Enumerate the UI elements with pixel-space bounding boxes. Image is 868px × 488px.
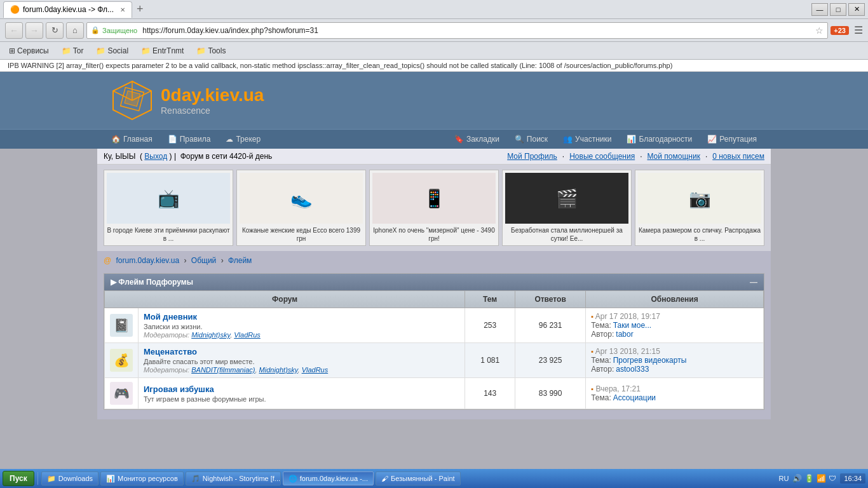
section-header: ▶ Флейм Подфорумы — bbox=[104, 274, 764, 290]
nav-bookmarks-label: Закладки bbox=[466, 135, 499, 144]
thanks-icon: 📊 bbox=[627, 135, 636, 144]
breadcrumb-flame[interactable]: Флейм bbox=[228, 256, 252, 265]
taskbar-item-forum[interactable]: 🌐 forum.0day.kiev.ua -... bbox=[283, 471, 374, 485]
back-button[interactable]: ← bbox=[5, 22, 23, 39]
forum-desc: Тут играем в разные форумные игры. bbox=[144, 395, 459, 403]
browser-tab[interactable]: 🟠 forum.0day.kiev.ua -> Фл... ✕ bbox=[3, 1, 132, 18]
new-messages-link[interactable]: Новые сообщения bbox=[569, 152, 635, 161]
close-button[interactable]: ✕ bbox=[848, 3, 865, 16]
update-author: Автор: tabor bbox=[591, 330, 758, 339]
table-row: 💰 Меценатство Давайте спасать этот мир в… bbox=[105, 343, 764, 378]
forum-info-cell: Мой дневник Записки из жизни. Модераторы… bbox=[139, 308, 465, 343]
browser-menu-button[interactable]: ☰ bbox=[854, 24, 863, 36]
ad-3[interactable]: 🎬 Безработная стала миллионершей за сутк… bbox=[502, 170, 632, 246]
address-bar[interactable]: 🔒 Защищено https://forum.0day.kiev.ua/in… bbox=[86, 22, 828, 39]
forum-name-link[interactable]: Игровая избушка bbox=[144, 384, 214, 394]
new-letters-link[interactable]: 0 новых писем bbox=[712, 152, 764, 161]
ad-text-1: Кожаные женские кеды Ecco всего 1399 грн bbox=[240, 226, 363, 243]
ad-1[interactable]: 👟 Кожаные женские кеды Ecco всего 1399 г… bbox=[236, 170, 366, 246]
nav-thanks-label: Благодарности bbox=[639, 135, 692, 144]
xmarks-button[interactable]: +23 bbox=[831, 26, 849, 35]
minimize-button[interactable]: — bbox=[811, 3, 828, 16]
update-topic-link[interactable]: Прогрев видеокарты bbox=[613, 356, 687, 365]
ad-4[interactable]: 📷 Камера размером со спичку. Распродажа … bbox=[635, 170, 764, 246]
bookmark-star-icon[interactable]: ☆ bbox=[815, 25, 824, 36]
reload-button[interactable]: ↻ bbox=[46, 22, 64, 39]
new-tab-button[interactable]: + bbox=[133, 3, 147, 16]
bookmark-label-1: Tor bbox=[73, 46, 84, 55]
ad-text-2: IphoneX по очень "мизерной" цене - 3490 … bbox=[372, 226, 496, 243]
exit-link[interactable]: Выход bbox=[144, 152, 167, 161]
breadcrumb-general[interactable]: Общий bbox=[191, 256, 217, 265]
bookmark-entrtnmt[interactable]: 📁 EntrTnmt bbox=[137, 45, 187, 57]
forum-icon: 🎮 bbox=[110, 382, 133, 405]
update-author-link[interactable]: tabor bbox=[616, 330, 633, 339]
bookmark-social[interactable]: 📁 Social bbox=[92, 45, 132, 57]
nav-search-label: Поиск bbox=[527, 135, 548, 144]
forum-desc: Давайте спасать этот мир вместе. bbox=[144, 358, 459, 365]
nav-rules[interactable]: 📄 Правила bbox=[160, 130, 219, 149]
ad-2[interactable]: 📱 IphoneX по очень "мизерной" цене - 349… bbox=[369, 170, 499, 246]
section-collapse-button[interactable]: — bbox=[750, 278, 757, 287]
logo-cube bbox=[110, 78, 154, 123]
ad-image-3: 🎬 bbox=[505, 173, 628, 224]
nav-reputation[interactable]: 📈 Репутация bbox=[700, 130, 764, 149]
start-button[interactable]: Пуск bbox=[3, 471, 34, 486]
members-icon: 👥 bbox=[563, 135, 573, 144]
my-helper-link[interactable]: Мой помощник bbox=[647, 152, 700, 161]
sys-tray: 🔊 🔋 📶 🛡 bbox=[792, 474, 836, 483]
nav-thanks[interactable]: 📊 Благодарности bbox=[619, 130, 700, 149]
nav-home[interactable]: 🏠 Главная bbox=[104, 130, 160, 149]
update-author-link[interactable]: astool333 bbox=[616, 365, 649, 374]
ad-text-0: В городе Киеве эти приёмники раскупают в… bbox=[107, 226, 230, 243]
home-nav-icon: 🏠 bbox=[111, 135, 121, 144]
forward-button[interactable]: → bbox=[25, 22, 43, 39]
update-date: Вчера, 17:21 bbox=[595, 384, 641, 393]
bookmarks-nav-icon: 🔖 bbox=[454, 135, 464, 144]
section-title: ▶ Флейм Подфорумы bbox=[111, 278, 193, 287]
forum-name-link[interactable]: Мой дневник bbox=[144, 312, 197, 322]
tab-title: forum.0day.kiev.ua -> Фл... bbox=[23, 5, 114, 14]
bookmark-apps[interactable]: ⊞ Сервисы bbox=[5, 45, 53, 57]
forum-info-cell: Меценатство Давайте спасать этот мир вме… bbox=[139, 343, 465, 378]
update-topic-link[interactable]: Ассоциации bbox=[613, 393, 656, 402]
forum-name-link[interactable]: Меценатство bbox=[144, 347, 197, 356]
folder-icon: 📁 bbox=[96, 46, 105, 55]
replies-count: 96 231 bbox=[515, 308, 586, 343]
nav-home-label: Главная bbox=[123, 135, 153, 144]
update-topic-link[interactable]: Таки мое... bbox=[613, 321, 651, 330]
breadcrumb-home[interactable]: forum.0day.kiev.ua bbox=[116, 256, 180, 265]
col-topics: Тем bbox=[465, 291, 515, 308]
network-icon[interactable]: 📶 bbox=[817, 474, 826, 483]
bookmark-tor[interactable]: 📁 Tor bbox=[58, 45, 88, 57]
logo-area: 0day.kiev.ua Renascence bbox=[110, 78, 264, 123]
my-profile-link[interactable]: Мой Профиль bbox=[507, 152, 557, 161]
taskbar-item-monitor[interactable]: 📊 Монитор ресурсов bbox=[100, 471, 184, 485]
nav-search[interactable]: 🔍 Поиск bbox=[507, 130, 555, 149]
warning-bar: IPB WARNING [2] array_filter() expects p… bbox=[0, 60, 868, 72]
nav-tracker[interactable]: ☁ Трекер bbox=[218, 130, 268, 149]
bookmark-tools[interactable]: 📁 Tools bbox=[193, 45, 229, 57]
secure-label: Защищено bbox=[102, 27, 137, 34]
nav-members[interactable]: 👥 Участники bbox=[555, 130, 619, 149]
tab-close-icon[interactable]: ✕ bbox=[120, 6, 125, 13]
lock-icon: 🔒 bbox=[91, 26, 100, 34]
volume-icon[interactable]: 🔊 bbox=[792, 474, 802, 483]
forum-icon-cell: 📓 bbox=[105, 308, 139, 343]
search-nav-icon: 🔍 bbox=[515, 135, 524, 144]
ad-0[interactable]: 📺 В городе Киеве эти приёмники раскупают… bbox=[104, 170, 233, 246]
paint-icon: 🖌 bbox=[381, 475, 388, 482]
logo-title: 0day.kiev.ua bbox=[161, 85, 264, 105]
ad-image-1: 👟 bbox=[240, 173, 363, 224]
tracker-icon: ☁ bbox=[226, 135, 233, 144]
maximize-button[interactable]: □ bbox=[830, 3, 846, 16]
taskbar-item-downloads[interactable]: 📁 Downloads bbox=[41, 471, 98, 485]
battery-icon[interactable]: 🔋 bbox=[804, 474, 814, 483]
shield-icon[interactable]: 🛡 bbox=[829, 474, 836, 483]
update-topic: Тема: Прогрев видеокарты bbox=[591, 356, 758, 365]
taskbar-item-music[interactable]: 🎵 Nightwish - Storytime [f... bbox=[186, 471, 281, 485]
apps-icon: ⊞ bbox=[9, 46, 15, 55]
nav-bookmarks[interactable]: 🔖 Закладки bbox=[447, 130, 507, 149]
taskbar-item-paint[interactable]: 🖌 Безымянный - Paint bbox=[376, 471, 461, 485]
home-button[interactable]: ⌂ bbox=[66, 22, 84, 39]
